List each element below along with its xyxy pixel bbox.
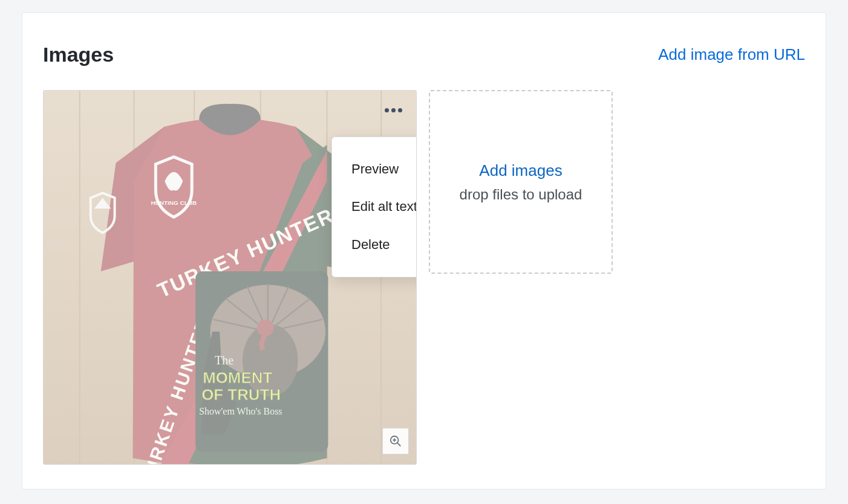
svg-line-26: [397, 443, 401, 447]
zoom-icon[interactable]: [382, 428, 409, 454]
image-gallery: HUNTING CLUB TURKEY HUNTER TURKEY HUNTER: [43, 90, 613, 465]
add-image-from-url-link[interactable]: Add image from URL: [658, 45, 805, 64]
menu-item-delete[interactable]: Delete: [332, 226, 417, 263]
section-header: Images Add image from URL: [43, 43, 805, 66]
add-images-link[interactable]: Add images: [479, 161, 562, 180]
section-title: Images: [43, 43, 114, 66]
menu-item-preview[interactable]: Preview: [332, 150, 417, 188]
menu-item-edit-alt-text[interactable]: Edit alt text: [332, 188, 417, 225]
images-card: Images Add image from URL: [22, 12, 826, 489]
more-options-icon[interactable]: [379, 100, 408, 120]
image-tile[interactable]: HUNTING CLUB TURKEY HUNTER TURKEY HUNTER: [43, 90, 417, 465]
upload-drop-text: drop files to upload: [460, 186, 582, 203]
image-context-menu: Preview Edit alt text Delete: [331, 137, 417, 277]
upload-tile[interactable]: Add images drop files to upload: [429, 90, 613, 274]
